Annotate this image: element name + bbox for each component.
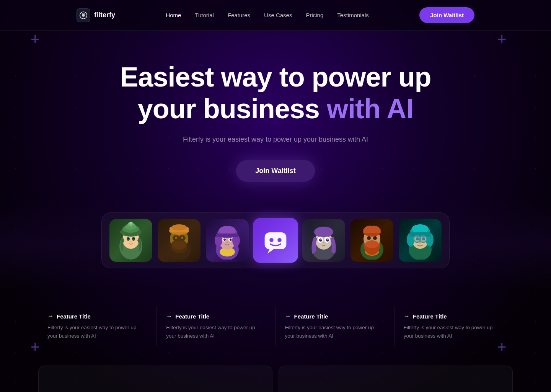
main-content: Easiest way to power up your business wi… <box>0 31 551 392</box>
hero-title-line2: your business <box>138 93 327 124</box>
svg-rect-34 <box>216 234 238 237</box>
svg-point-13 <box>130 242 132 243</box>
feature-item-3: → Feature Title Filterfy is your easiest… <box>276 307 395 346</box>
svg-point-40 <box>231 239 231 240</box>
nav-item-home[interactable]: Home <box>166 12 181 19</box>
svg-point-64 <box>365 240 379 248</box>
svg-point-26 <box>172 240 186 250</box>
bottom-card-right <box>279 366 513 392</box>
feature-title-text-2: Feature Title <box>175 313 209 320</box>
svg-point-11 <box>128 238 129 239</box>
svg-point-38 <box>230 238 232 241</box>
svg-point-77 <box>419 242 421 244</box>
bottom-cards-section <box>0 366 551 392</box>
feature-desc-1: Filterfy is your easiest way to power up… <box>47 323 147 340</box>
feature-title-text-4: Feature Title <box>413 313 447 320</box>
svg-point-22 <box>181 237 183 239</box>
nav-links: Home Tutorial Features Use Cases Pricing… <box>166 12 368 19</box>
nav-item-use-cases[interactable]: Use Cases <box>264 12 292 19</box>
feature-item-2: → Feature Title Filterfy is your easiest… <box>157 307 276 346</box>
svg-point-47 <box>314 227 333 237</box>
join-waitlist-hero-button[interactable]: Join Waitlist <box>236 160 315 182</box>
avatar-strip <box>0 197 551 291</box>
svg-point-54 <box>323 242 324 243</box>
svg-point-37 <box>223 238 226 241</box>
nav-item-pricing[interactable]: Pricing <box>306 12 323 19</box>
svg-rect-42 <box>265 232 287 249</box>
features-section: → Feature Title Filterfy is your easiest… <box>0 291 551 361</box>
join-waitlist-nav-button[interactable]: Join Waitlist <box>419 7 474 23</box>
svg-point-76 <box>422 237 425 240</box>
hero-title: Easiest way to power up your business wi… <box>77 61 474 125</box>
hero-section: Easiest way to power up your business wi… <box>0 31 551 197</box>
avatar-purple-character <box>206 219 249 262</box>
feature-title-1: → Feature Title <box>47 313 147 320</box>
nav-link-home[interactable]: Home <box>166 12 181 18</box>
nav-link-tutorial[interactable]: Tutorial <box>195 12 214 18</box>
nav-item-tutorial[interactable]: Tutorial <box>195 12 214 19</box>
feature-arrow-2: → <box>166 313 172 320</box>
nav-link-testimonials[interactable]: Testimonials <box>337 12 369 18</box>
svg-point-53 <box>328 239 329 240</box>
hero-title-line1: Easiest way to power up <box>120 62 431 92</box>
feature-desc-4: Filterfy is your easiest way to power up… <box>404 323 504 340</box>
feature-title-2: → Feature Title <box>166 313 266 320</box>
nav-link-use-cases[interactable]: Use Cases <box>264 12 292 18</box>
avatar-brown-character <box>158 219 201 262</box>
feature-desc-3: Filterfy is your easiest way to power up… <box>285 323 385 340</box>
brand-name: filterfy <box>94 11 115 19</box>
nav-item-testimonials[interactable]: Testimonials <box>337 12 369 19</box>
avatar-brown-face <box>158 219 201 262</box>
avatar-green-character <box>109 219 152 262</box>
avatar-gray-face <box>302 219 345 262</box>
avatar-teal-character <box>399 219 442 262</box>
svg-point-39 <box>225 239 225 240</box>
svg-point-62 <box>375 237 376 238</box>
avatar-purple-face <box>206 219 249 262</box>
avatar-orange-face <box>350 219 393 262</box>
svg-point-61 <box>368 237 370 238</box>
feature-item-1: → Feature Title Filterfy is your easiest… <box>38 307 157 346</box>
svg-point-75 <box>416 237 419 240</box>
avatar-strip-inner <box>101 212 450 268</box>
brand-logo[interactable]: filterfy <box>77 8 115 22</box>
nav-link-features[interactable]: Features <box>228 12 250 18</box>
hero-subtitle: Filterfy is your easiest way to power up… <box>157 134 394 145</box>
svg-point-8 <box>129 222 132 225</box>
avatar-teal-face <box>399 219 442 262</box>
svg-point-41 <box>227 242 228 243</box>
svg-point-52 <box>321 239 322 240</box>
svg-point-1 <box>82 14 85 16</box>
avatar-logo-center <box>253 218 298 263</box>
feature-desc-2: Filterfy is your easiest way to power up… <box>166 323 266 340</box>
svg-point-12 <box>133 238 135 239</box>
feature-title-4: → Feature Title <box>404 313 504 320</box>
filterfy-logo-center <box>253 218 298 263</box>
feature-item-4: → Feature Title Filterfy is your easiest… <box>395 307 513 346</box>
nav-link-pricing[interactable]: Pricing <box>306 12 323 18</box>
bottom-card-left <box>38 366 272 392</box>
avatar-green-face <box>109 219 152 262</box>
nav-item-features[interactable]: Features <box>228 12 250 19</box>
avatar-orange-character <box>350 219 393 262</box>
feature-arrow-3: → <box>285 313 291 320</box>
feature-arrow-4: → <box>404 313 410 320</box>
feature-title-3: → Feature Title <box>285 313 385 320</box>
logo-icon <box>77 8 90 22</box>
svg-point-21 <box>175 237 177 239</box>
navbar: filterfy Home Tutorial Features Use Case… <box>0 0 551 31</box>
feature-title-text-1: Feature Title <box>57 313 91 320</box>
avatar-gray-character <box>302 219 345 262</box>
feature-title-text-3: Feature Title <box>294 313 328 320</box>
svg-point-18 <box>171 224 187 230</box>
svg-rect-71 <box>409 232 431 237</box>
feature-arrow-1: → <box>47 313 54 320</box>
hero-title-accent: with AI <box>327 93 413 124</box>
